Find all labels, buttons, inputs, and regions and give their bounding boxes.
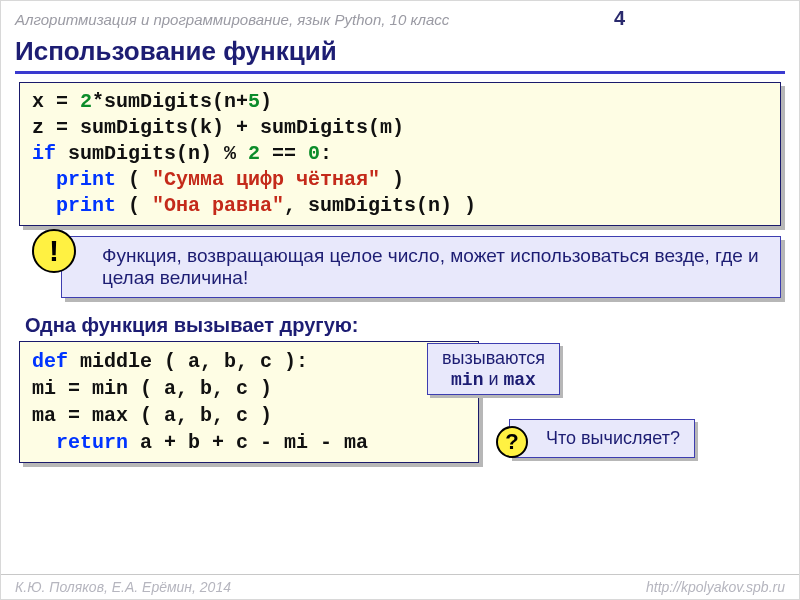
question-box: ? Что вычисляет? [509,419,695,458]
slide-header: Алгоритмизация и программирование, язык … [1,1,799,32]
callout-line: min и max [442,369,545,390]
course-label: Алгоритмизация и программирование, язык … [15,11,614,28]
code-line: z = sumDigits(k) + sumDigits(m) [32,115,768,141]
slide-footer: К.Ю. Поляков, Е.А. Ерёмин, 2014 http://k… [1,574,799,599]
note-box: ! Функция, возвращающая целое число, мож… [61,236,781,298]
code-block-usage: x = 2*sumDigits(n+5) z = sumDigits(k) + … [19,82,781,226]
lower-row: def middle ( a, b, c ): mi = min ( a, b,… [19,341,781,463]
code-line: def middle ( a, b, c ): [32,348,466,375]
callout-min-max: вызываются min и max [427,343,560,395]
note-text: Функция, возвращающая целое число, может… [102,245,759,288]
code-line: print ( "Сумма цифр чётная" ) [32,167,768,193]
question-text: Что вычисляет? [546,428,680,448]
page-number: 4 [614,7,785,30]
slide-title: Использование функций [1,32,799,69]
title-rule [15,71,785,74]
code-line: mi = min ( a, b, c ) [32,375,466,402]
footer-authors: К.Ю. Поляков, Е.А. Ерёмин, 2014 [15,579,231,595]
footer-url: http://kpolyakov.spb.ru [646,579,785,595]
code-line: print ( "Она равна", sumDigits(n) ) [32,193,768,219]
callout-line: вызываются [442,348,545,369]
exclamation-icon: ! [32,229,76,273]
code-block-middle: def middle ( a, b, c ): mi = min ( a, b,… [19,341,479,463]
question-icon: ? [496,426,528,458]
code-line: return a + b + c - mi - ma [32,429,466,456]
code-line: if sumDigits(n) % 2 == 0: [32,141,768,167]
subheading: Одна функция вызывает другую: [1,308,799,341]
code-line: ma = max ( a, b, c ) [32,402,466,429]
code-line: x = 2*sumDigits(n+5) [32,89,768,115]
